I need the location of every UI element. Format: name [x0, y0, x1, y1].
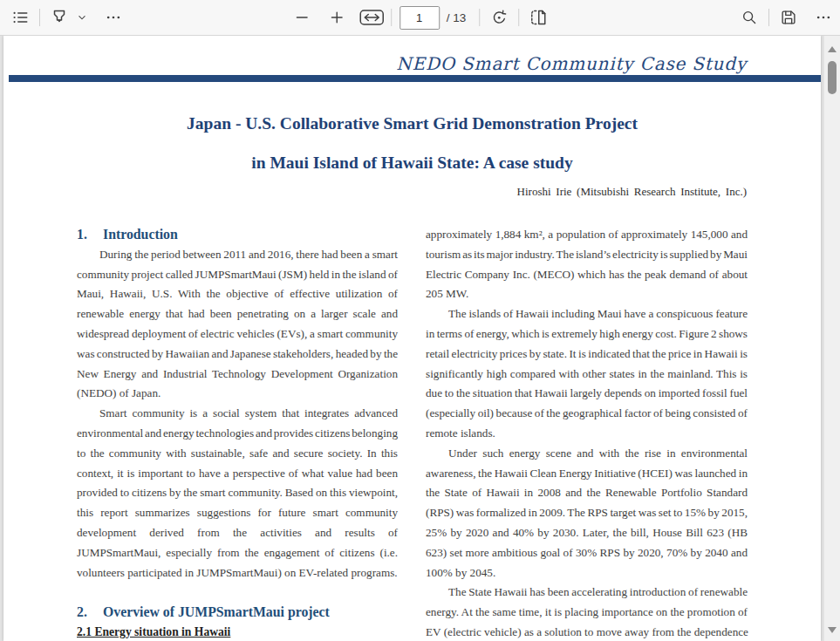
zoom-in-button[interactable] — [324, 4, 350, 31]
left-column: 1.IntroductionDuring the period between … — [77, 225, 398, 641]
text-line: awareness, the Hawaii Clean Energy Initi… — [426, 464, 748, 484]
text-line: Maui, Hawaii, U.S. With the objective of… — [77, 284, 398, 304]
highlighter-pen-icon — [49, 7, 70, 28]
fit-to-width-button[interactable] — [359, 4, 385, 31]
page-number-input[interactable] — [400, 6, 440, 30]
text-line: retail electricity prices by state. It i… — [426, 344, 748, 365]
more-tools-button[interactable] — [100, 4, 126, 31]
document-title-line2: in Maui Island of Hawaii State: A case s… — [3, 153, 821, 173]
more-options-button[interactable] — [810, 4, 837, 31]
text-line: JUMPSmartMaui, especially from the engag… — [77, 543, 398, 563]
text-line: volunteers participated in JUMPSmartMaui… — [77, 563, 398, 583]
chevron-down-icon — [76, 11, 88, 24]
toolbar-separator — [518, 9, 519, 26]
text-line: 100% by 2045. — [426, 563, 748, 583]
text-line: provided to citizens by the smart commun… — [77, 483, 398, 503]
toolbar-separator — [479, 9, 480, 26]
text-line: The islands of Hawaii including Maui hav… — [426, 304, 748, 324]
save-button[interactable] — [775, 4, 802, 31]
highlighter-button[interactable] — [46, 4, 72, 31]
text-line: was constructed by Hawaiian and Japanese… — [77, 344, 398, 365]
text-line: context, it is important to have a persp… — [77, 464, 398, 484]
document-header-script: NEDO Smart Community Case Study — [396, 53, 747, 74]
table-of-contents-button[interactable] — [7, 4, 33, 31]
text-line: 25% by 2020 and 40% by 2030. Later, the … — [426, 523, 748, 543]
text-line: tourism as its major industry. The islan… — [426, 245, 748, 265]
vertical-scrollbar[interactable] — [824, 36, 840, 641]
scroll-up-button[interactable] — [824, 41, 840, 57]
text-line: community project called JUMPSmartMaui (… — [77, 265, 398, 285]
scrollbar-thumb[interactable] — [828, 61, 837, 94]
text-line: environmental and energy technologies an… — [77, 424, 398, 444]
table-of-contents-icon — [10, 8, 30, 27]
pdf-toolbar: / 13 — [0, 0, 840, 36]
sub-heading: 2.1 Energy situation in Hawaii — [77, 623, 398, 641]
search-button[interactable] — [736, 4, 762, 31]
document-author: Hiroshi Irie (Mitsubishi Research Instit… — [517, 185, 747, 199]
text-line: energy. At the same time, it is placing … — [426, 603, 748, 623]
text-line: remote islands. — [426, 424, 748, 444]
rotate-icon — [489, 8, 509, 27]
text-line: New Energy and Industrial Technology Dev… — [77, 365, 398, 385]
text-line: During the period between 2011 and 2016,… — [77, 245, 398, 265]
toolbar-right-group — [736, 0, 837, 35]
text-line: (especially oil) because of the geograph… — [426, 404, 748, 424]
search-icon — [740, 8, 759, 27]
section-heading: 1.Introduction — [77, 225, 398, 245]
text-line: due to the situation that Hawaii largely… — [426, 384, 748, 404]
toolbar-separator — [768, 9, 769, 26]
scroll-down-icon — [828, 627, 837, 633]
text-line: renewable energy that had been penetrati… — [77, 304, 398, 324]
scroll-up-icon — [828, 46, 837, 52]
text-line: widespread deployment of electric vehicl… — [77, 324, 398, 344]
text-line: EV (electric vehicle) as a solution to m… — [426, 623, 748, 641]
zoom-out-button[interactable] — [289, 4, 315, 31]
text-line: in terms of energy, which is extremely h… — [426, 324, 748, 344]
text-line: (RPS) was formalized in 2009. The RPS ta… — [426, 503, 748, 523]
header-rule — [9, 75, 821, 82]
text-line: Smart community is a social system that … — [77, 404, 398, 424]
fit-to-width-icon — [359, 8, 385, 27]
pdf-viewport: NEDO Smart Community Case Study Japan - … — [0, 36, 824, 641]
page-view-icon — [528, 7, 549, 28]
section-heading: 2.Overview of JUMPSmartMaui project — [77, 603, 398, 623]
right-column: approximately 1,884 km², a population of… — [426, 225, 748, 641]
toolbar-separator — [391, 9, 392, 26]
scroll-down-button[interactable] — [824, 622, 840, 638]
text-line: to the community with sustainable, safe … — [77, 444, 398, 464]
page-count-label: / 13 — [441, 11, 474, 24]
rotate-button[interactable] — [486, 4, 512, 31]
toolbar-left-group — [7, 0, 126, 35]
highlighter-dropdown-button[interactable] — [72, 4, 92, 31]
text-line: the State of Hawaii in 2008 and the Rene… — [426, 483, 748, 503]
toolbar-center-group: / 13 — [289, 0, 552, 35]
pdf-page[interactable]: NEDO Smart Community Case Study Japan - … — [3, 36, 821, 641]
toolbar-separator — [39, 9, 40, 26]
text-line: Under such energy scene and with the ris… — [426, 444, 748, 464]
text-line: approximately 1,884 km², a population of… — [426, 225, 748, 245]
save-icon — [779, 8, 798, 27]
more-options-icon — [815, 9, 832, 26]
text-line: 623) set more ambitious goal of 30% RPS … — [426, 543, 748, 563]
zoom-in-icon — [328, 9, 345, 26]
text-line: Electric Company Inc. (MECO) which has t… — [426, 265, 748, 285]
more-tools-icon — [105, 9, 122, 26]
text-line: The State Hawaii has been accelerating i… — [426, 583, 748, 603]
text-line: (NEDO) of Japan. — [77, 384, 398, 404]
text-line: significantly high compared with other s… — [426, 365, 748, 385]
zoom-out-icon — [293, 9, 311, 26]
text-line: 205 MW. — [426, 284, 748, 304]
page-view-button[interactable] — [525, 4, 551, 31]
text-line: this report summarizes suggestions for f… — [77, 503, 398, 523]
text-line: development derived from the activities … — [77, 523, 398, 543]
document-title-line1: Japan - U.S. Collaborative Smart Grid De… — [3, 114, 821, 133]
